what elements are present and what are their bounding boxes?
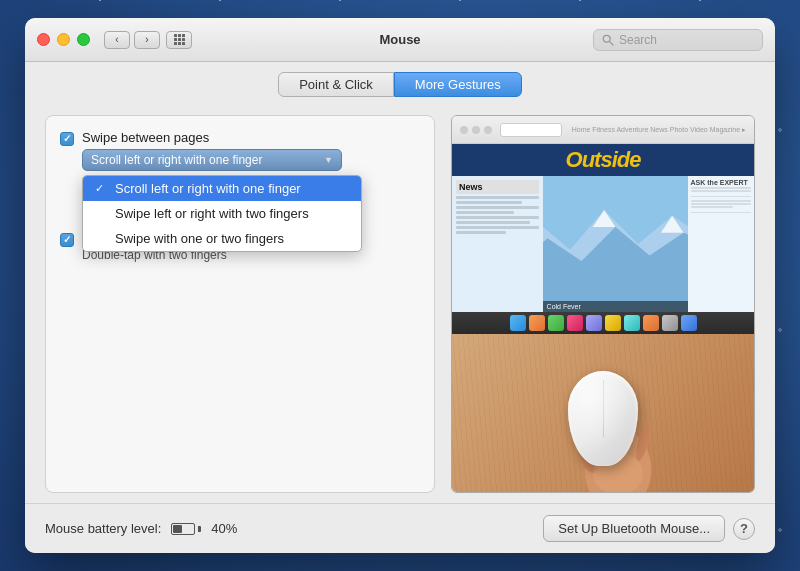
dock-icon-9 <box>662 315 678 331</box>
mountain-image: Cold Fever <box>543 176 688 312</box>
titlebar: ‹ › Mouse Search <box>25 18 775 62</box>
dock-icon-2 <box>529 315 545 331</box>
selected-check-icon: ✓ <box>95 182 109 195</box>
mouse-photo-area <box>452 334 754 492</box>
window-title: Mouse <box>379 32 420 47</box>
mac-dock <box>452 312 754 334</box>
bottom-bar: Mouse battery level: 40% Set Up Bluetoot… <box>25 503 775 553</box>
dropdown-selected-label: Scroll left or right with one finger <box>91 153 262 167</box>
battery-icon <box>171 523 201 535</box>
mountain-svg <box>543 176 688 312</box>
maximize-button[interactable] <box>77 33 90 46</box>
preview-panel: Home Fitness Adventure News Photo Video … <box>451 115 755 493</box>
magazine-photo: Cold Fever <box>543 176 688 312</box>
dropdown-button[interactable]: Scroll left or right with one finger ▼ <box>82 149 342 171</box>
dock-icon-8 <box>643 315 659 331</box>
search-icon <box>602 34 614 46</box>
magazine-news-label: News <box>456 180 539 194</box>
browser-tabs: Home Fitness Adventure News Photo Video … <box>572 126 746 134</box>
dock-icon-6 <box>605 315 621 331</box>
mouse-body <box>568 371 638 466</box>
tab-point-click[interactable]: Point & Click <box>278 72 394 97</box>
magazine-sidebar: ASK the EXPERT <box>688 176 754 312</box>
chevron-down-icon: ▼ <box>324 155 333 165</box>
dock-icon-5 <box>586 315 602 331</box>
bottom-right-actions: Set Up Bluetooth Mouse... ? <box>543 515 755 542</box>
battery-percent: 40% <box>211 521 237 536</box>
bluetooth-setup-button[interactable]: Set Up Bluetooth Mouse... <box>543 515 725 542</box>
help-button[interactable]: ? <box>733 518 755 540</box>
dock-icon-4 <box>567 315 583 331</box>
dock-icon-3 <box>548 315 564 331</box>
sidebar-item-2 <box>691 200 751 213</box>
browser-dot-2 <box>472 126 480 134</box>
content-area: ✓ Swipe between pages Scroll left or rig… <box>25 105 775 553</box>
dropdown-menu: ✓ Scroll left or right with one finger S… <box>82 175 362 252</box>
dropdown-item-one-or-two[interactable]: Swipe with one or two fingers <box>83 226 361 251</box>
dock-icon-10 <box>681 315 697 331</box>
settings-panel: ✓ Swipe between pages Scroll left or rig… <box>45 115 435 493</box>
magazine-left-column: News <box>452 176 543 312</box>
preferences-window: ‹ › Mouse Search Point & Click More Gest… <box>25 18 775 553</box>
battery-label: Mouse battery level: <box>45 521 161 536</box>
dropdown-item-two-fingers[interactable]: Swipe left or right with two fingers <box>83 201 361 226</box>
search-bar[interactable]: Search <box>593 29 763 51</box>
swipe-between-pages-row: ✓ Swipe between pages Scroll left or rig… <box>60 130 420 171</box>
close-button[interactable] <box>37 33 50 46</box>
browser-toolbar: Home Fitness Adventure News Photo Video … <box>452 116 754 144</box>
grid-button[interactable] <box>166 31 192 49</box>
swipe-label-group: Swipe between pages Scroll left or right… <box>82 130 342 171</box>
swipe-title: Swipe between pages <box>82 130 342 145</box>
tab-more-gestures[interactable]: More Gestures <box>394 72 522 97</box>
magazine-title: Outside <box>566 147 641 172</box>
forward-button[interactable]: › <box>134 31 160 49</box>
battery-body <box>171 523 195 535</box>
browser-dot-3 <box>484 126 492 134</box>
nav-buttons: ‹ › <box>104 31 160 49</box>
magazine-content: News <box>452 176 754 312</box>
sidebar-item-1: ASK the EXPERT <box>691 179 751 197</box>
dock-icon-7 <box>624 315 640 331</box>
svg-point-0 <box>603 35 610 42</box>
search-placeholder: Search <box>619 33 657 47</box>
minimize-button[interactable] <box>57 33 70 46</box>
magic-mouse <box>568 371 638 466</box>
svg-line-1 <box>610 41 613 44</box>
magazine-title-bar: Outside <box>452 144 754 176</box>
browser-address-bar <box>500 123 562 137</box>
battery-fill <box>173 525 182 533</box>
traffic-lights <box>37 33 90 46</box>
dropdown-container: Scroll left or right with one finger ▼ ✓… <box>82 149 342 171</box>
browser-dot-1 <box>460 126 468 134</box>
mission-control-checkbox[interactable]: ✓ <box>60 233 74 247</box>
swipe-checkbox[interactable]: ✓ <box>60 132 74 146</box>
caption-bar: Cold Fever <box>543 301 688 312</box>
caption-text: Cold Fever <box>547 303 581 310</box>
dropdown-item-one-finger[interactable]: ✓ Scroll left or right with one finger <box>83 176 361 201</box>
back-button[interactable]: ‹ <box>104 31 130 49</box>
tabbar: Point & Click More Gestures <box>25 62 775 105</box>
dock-icon-1 <box>510 315 526 331</box>
